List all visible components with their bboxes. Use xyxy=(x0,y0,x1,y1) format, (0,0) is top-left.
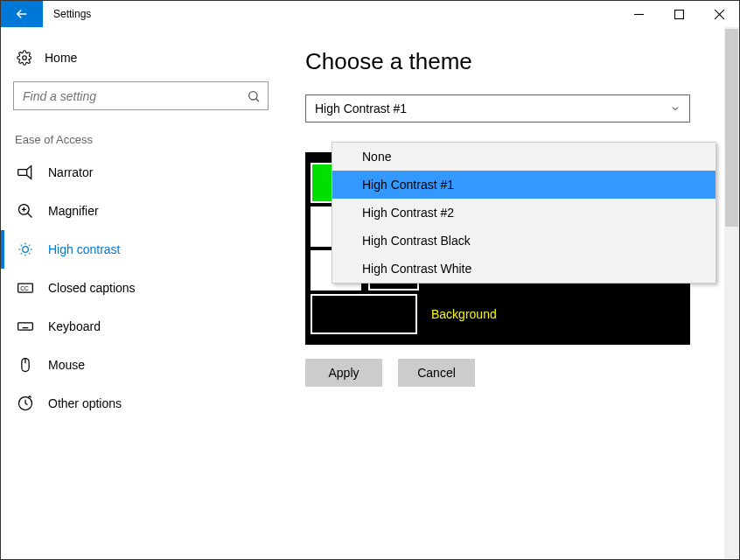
gear-icon xyxy=(17,50,32,66)
sidebar-item-label: Mouse xyxy=(48,358,85,372)
chevron-down-icon xyxy=(670,103,681,114)
sidebar-item-narrator[interactable]: Narrator xyxy=(1,153,281,192)
svg-point-2 xyxy=(249,91,257,99)
maximize-button[interactable] xyxy=(659,1,699,27)
close-icon xyxy=(715,10,724,19)
window-controls xyxy=(618,1,739,27)
color-swatch[interactable] xyxy=(311,294,417,334)
settings-window: Settings Home Ease of Access Narrator xyxy=(0,0,740,560)
narrator-icon xyxy=(17,164,34,181)
sidebar-item-label: High contrast xyxy=(48,242,120,256)
svg-rect-3 xyxy=(18,170,27,176)
section-label: Ease of Access xyxy=(1,126,281,153)
mouse-icon xyxy=(17,356,34,374)
home-nav[interactable]: Home xyxy=(1,41,281,81)
search-box[interactable] xyxy=(13,81,269,110)
svg-point-1 xyxy=(23,56,27,60)
search-icon xyxy=(247,89,261,103)
action-buttons: Apply Cancel xyxy=(305,359,739,387)
preview-label: Background xyxy=(426,305,502,323)
arrow-left-icon xyxy=(14,6,30,22)
sidebar-item-label: Magnifier xyxy=(48,204,99,218)
sidebar-item-keyboard[interactable]: Keyboard xyxy=(1,307,281,346)
apply-button[interactable]: Apply xyxy=(305,359,382,387)
sidebar-item-mouse[interactable]: Mouse xyxy=(1,346,281,384)
home-label: Home xyxy=(45,51,77,65)
minimize-icon xyxy=(634,10,644,19)
sidebar-item-label: Narrator xyxy=(48,165,93,179)
other-options-icon xyxy=(17,395,34,412)
sidebar-item-magnifier[interactable]: Magnifier xyxy=(1,192,281,230)
svg-text:CC: CC xyxy=(20,285,29,291)
theme-dropdown-list: None High Contrast #1 High Contrast #2 H… xyxy=(332,142,716,284)
svg-rect-8 xyxy=(18,323,33,330)
sidebar-item-label: Closed captions xyxy=(48,281,136,295)
sidebar-item-label: Keyboard xyxy=(48,319,101,333)
dropdown-option-hc2[interactable]: High Contrast #2 xyxy=(332,199,716,227)
dropdown-option-hc-black[interactable]: High Contrast Black xyxy=(332,227,716,255)
back-button[interactable] xyxy=(1,1,43,27)
dropdown-option-none[interactable]: None xyxy=(332,143,716,171)
high-contrast-icon xyxy=(17,241,34,258)
dropdown-option-hc-white[interactable]: High Contrast White xyxy=(332,255,716,283)
svg-rect-0 xyxy=(674,10,683,18)
sidebar-item-other-options[interactable]: Other options xyxy=(1,384,281,423)
search-input[interactable] xyxy=(23,89,233,103)
dropdown-option-hc1[interactable]: High Contrast #1 xyxy=(332,171,716,199)
sidebar-item-closed-captions[interactable]: CC Closed captions xyxy=(1,269,281,307)
magnifier-icon xyxy=(17,202,34,220)
keyboard-icon xyxy=(17,318,34,335)
sidebar: Home Ease of Access Narrator Magnifier H… xyxy=(1,27,281,559)
cancel-button[interactable]: Cancel xyxy=(398,359,475,387)
content-pane: Choose a theme High Contrast #1 Disabled… xyxy=(281,27,739,559)
theme-dropdown[interactable]: High Contrast #1 xyxy=(305,94,690,122)
page-heading: Choose a theme xyxy=(305,48,739,75)
window-title: Settings xyxy=(43,1,618,27)
sidebar-item-high-contrast[interactable]: High contrast xyxy=(1,230,281,269)
theme-dropdown-value: High Contrast #1 xyxy=(315,102,407,116)
maximize-icon xyxy=(674,10,684,19)
sidebar-item-label: Other options xyxy=(48,396,122,410)
scroll-thumb[interactable] xyxy=(725,29,738,227)
preview-row-background: Background xyxy=(311,294,685,334)
titlebar: Settings xyxy=(1,1,739,27)
svg-point-5 xyxy=(23,247,29,253)
scrollbar[interactable] xyxy=(724,27,739,559)
minimize-button[interactable] xyxy=(618,1,659,27)
closed-captions-icon: CC xyxy=(17,279,34,297)
close-button[interactable] xyxy=(699,1,739,27)
